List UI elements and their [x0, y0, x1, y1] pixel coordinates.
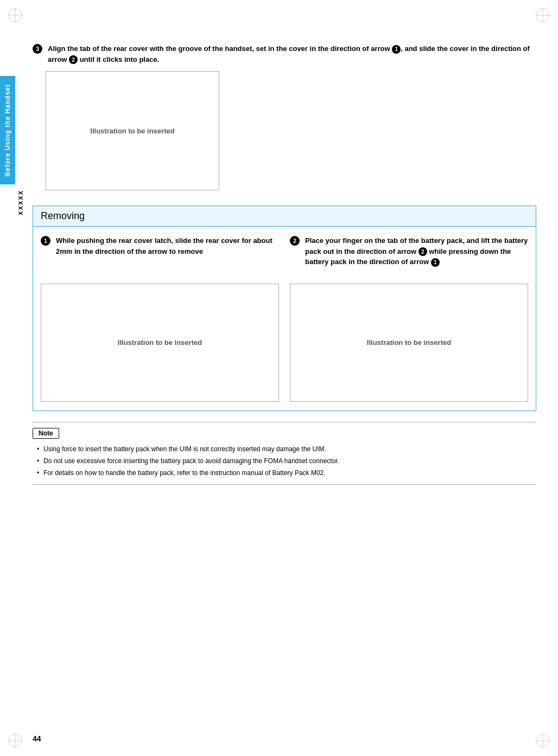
step3-illustration: Illustration to be inserted [46, 71, 219, 190]
removing-illustration2-label: Illustration to be inserted [367, 338, 451, 347]
step3-number: 3 [33, 44, 42, 54]
removing-illustration1-label: Illustration to be inserted [118, 338, 202, 347]
removing-step1-number: 1 [41, 236, 50, 246]
removing-step2-number: 2 [290, 236, 300, 246]
illustrations-row: Illustration to be inserted Illustration… [41, 284, 528, 402]
removing-step1: 1 While pushing the rear cover latch, sl… [41, 235, 279, 275]
removing-illustration1: Illustration to be inserted [41, 284, 279, 402]
removing-steps: 1 While pushing the rear cover latch, sl… [41, 235, 528, 275]
note-item-3: For details on how to handle the battery… [35, 467, 536, 479]
removing-step2-arrow2: 2 [418, 247, 427, 256]
removing-section: Removing 1 While pushing the rear cover … [33, 206, 536, 411]
removing-step2-text: Place your finger on the tab of the batt… [302, 235, 528, 267]
step3-arrow1: 1 [392, 45, 401, 54]
xxxxx-label: XXXXX [17, 190, 24, 215]
removing-step2-header: 2 Place your finger on the tab of the ba… [290, 235, 528, 267]
corner-crosshair-tr [534, 7, 551, 24]
removing-step2: 2 Place your finger on the tab of the ba… [290, 235, 528, 275]
corner-crosshair-bl [7, 732, 24, 749]
removing-step2-arrow1: 1 [431, 258, 440, 267]
side-tab: Before Using the Handset [0, 76, 15, 184]
step3-illustration-label: Illustration to be inserted [90, 127, 174, 135]
step3-text: Align the tab of the rear cover with the… [45, 43, 536, 65]
removing-header: Removing [33, 206, 536, 227]
removing-step1-header: 1 While pushing the rear cover latch, sl… [41, 235, 279, 257]
note-item-2: Do not use excessive force inserting the… [35, 455, 536, 467]
note-item-1: Using force to insert the battery pack w… [35, 443, 536, 455]
note-list: Using force to insert the battery pack w… [33, 443, 536, 479]
main-content: 3 Align the tab of the rear cover with t… [33, 43, 536, 528]
removing-step1-text: While pushing the rear cover latch, slid… [53, 235, 279, 257]
page-number: 44 [33, 734, 41, 743]
note-section: Note Using force to insert the battery p… [33, 422, 536, 485]
side-tab-label: Before Using the Handset [4, 84, 11, 177]
corner-crosshair-br [534, 732, 551, 749]
step3-arrow2: 2 [69, 55, 78, 64]
removing-title: Removing [41, 210, 85, 221]
removing-body: 1 While pushing the rear cover latch, sl… [33, 227, 536, 411]
note-label: Note [39, 430, 53, 437]
removing-illustration2: Illustration to be inserted [290, 284, 528, 402]
step3-header: 3 Align the tab of the rear cover with t… [33, 43, 536, 65]
note-header: Note [33, 428, 59, 439]
step3-block: 3 Align the tab of the rear cover with t… [33, 43, 536, 190]
corner-crosshair-tl [7, 7, 24, 24]
